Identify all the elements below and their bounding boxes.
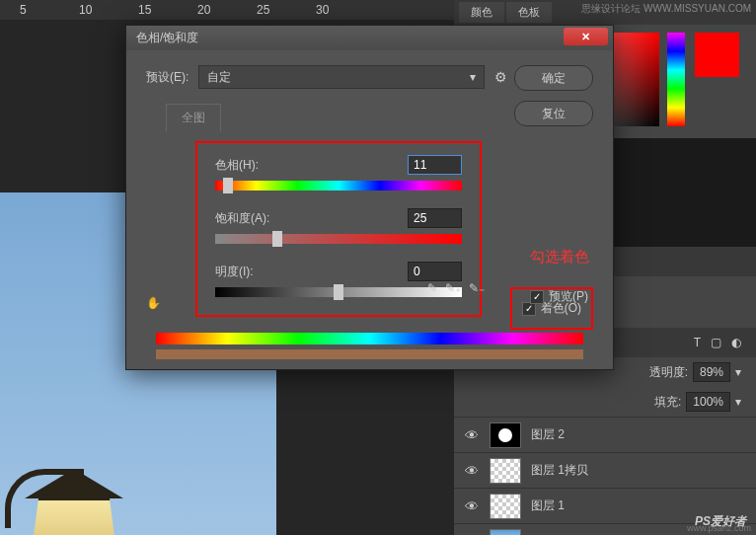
fill-input[interactable]: 100% [686,392,730,412]
preview-checkbox[interactable]: ✓ [530,290,544,304]
preset-label: 预设(E): [146,69,189,86]
layer-thumb[interactable] [490,494,521,519]
watermark-top: 思缘设计论坛 WWW.MISSYUAN.COM [581,2,751,16]
preview-label: 预览(P) [549,288,588,305]
eyedropper-plus-icon[interactable]: ✎₊ [445,281,461,295]
fill-row: 填充: 100% ▾ [454,387,756,417]
layer-row[interactable]: 👁 图层 2 [454,417,756,452]
saturation-label: 饱和度(A): [215,210,269,227]
fill-label: 填充: [654,394,681,411]
annotation-text: 勾选着色 [530,248,589,267]
chevron-down-icon: ▾ [470,70,476,84]
color-swatch[interactable] [695,33,739,77]
saturation-input[interactable] [408,208,462,228]
rainbow-strip [156,333,583,344]
path-icon[interactable]: ▢ [711,336,721,349]
chevron-down-icon[interactable]: ▾ [735,365,741,379]
saturation-slider[interactable] [215,234,462,244]
ok-button[interactable]: 确定 [514,65,593,91]
layer-name[interactable]: 图层 2 [531,426,565,443]
result-strip [156,349,583,359]
layer-row[interactable]: 👁 图层 1拷贝 [454,452,756,488]
layer-thumb[interactable] [490,458,521,484]
lightness-input[interactable] [408,262,462,281]
layer-thumb[interactable] [490,529,521,536]
layer-name[interactable]: 图层 1拷贝 [531,462,588,479]
type-icon[interactable]: T [694,336,701,349]
chevron-down-icon[interactable]: ▾ [735,395,741,409]
eyedropper-minus-icon[interactable]: ✎₋ [469,281,485,295]
hue-bar[interactable] [667,33,685,126]
dialog-title: 色相/饱和度 [136,30,198,46]
reset-button[interactable]: 复位 [514,101,593,126]
smart-icon[interactable]: ◐ [731,336,741,349]
lamp-graphic [15,469,133,535]
visibility-icon[interactable]: 👁 [464,427,480,443]
url-watermark: www.psahz.com [687,523,751,533]
close-button[interactable]: ✕ [564,28,608,45]
preview-row: ✓ 预览(P) [530,288,588,305]
visibility-icon[interactable]: 👁 [464,498,480,514]
layer-thumb[interactable] [490,422,521,448]
lightness-slider[interactable] [215,287,462,297]
layer-name[interactable]: 图层 1 [531,497,565,514]
hue-saturation-dialog: 色相/饱和度 ✕ 预设(E): 自定 ▾ ⚙ 确定 复位 全图 色相(H): [125,25,614,370]
gear-icon[interactable]: ⚙ [494,69,507,85]
hand-tool[interactable]: ✋ [146,296,161,310]
tab-swatches[interactable]: 色板 [506,2,552,23]
opacity-input[interactable]: 89% [693,362,730,382]
tab-master[interactable]: 全图 [166,104,221,131]
visibility-icon[interactable]: 👁 [464,463,480,479]
hue-slider[interactable] [215,181,462,191]
dialog-titlebar[interactable]: 色相/饱和度 ✕ [126,26,613,50]
lightness-label: 明度(I): [215,264,254,280]
opacity-label: 透明度: [649,364,688,381]
hue-input[interactable] [408,155,462,175]
tab-color[interactable]: 颜色 [459,2,504,23]
hue-label: 色相(H): [215,157,259,174]
eyedropper-icon[interactable]: ✎ [427,281,437,295]
preset-select[interactable]: 自定 ▾ [198,65,485,89]
